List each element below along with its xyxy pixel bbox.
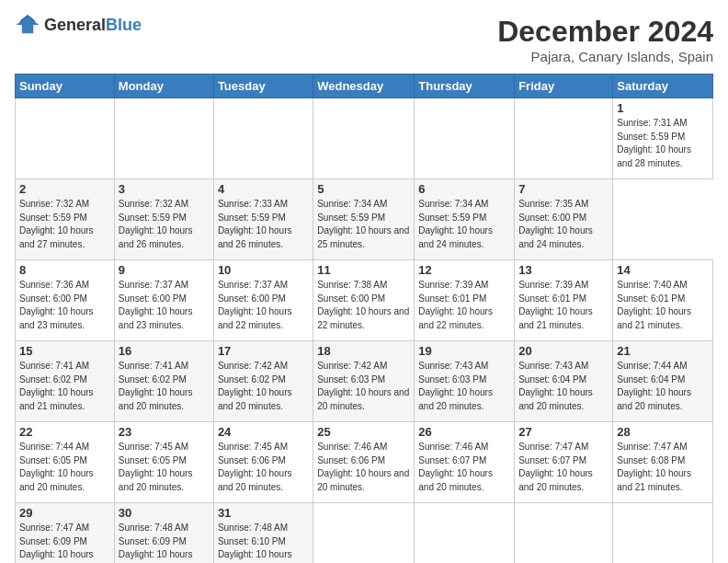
day-number: 4 bbox=[218, 182, 309, 196]
calendar-day-14: 14Sunrise: 7:40 AMSunset: 6:01 PMDayligh… bbox=[613, 260, 713, 341]
day-number: 10 bbox=[218, 263, 309, 277]
day-info: Sunrise: 7:33 AMSunset: 5:59 PMDaylight:… bbox=[218, 198, 309, 251]
day-info: Sunrise: 7:39 AMSunset: 6:01 PMDaylight:… bbox=[418, 279, 510, 332]
calendar-day-9: 9Sunrise: 7:37 AMSunset: 6:00 PMDaylight… bbox=[114, 260, 213, 341]
day-number: 14 bbox=[617, 263, 709, 277]
logo: GeneralBlue bbox=[15, 15, 142, 35]
calendar-day-2: 2Sunrise: 7:32 AMSunset: 5:59 PMDaylight… bbox=[16, 179, 115, 260]
day-info: Sunrise: 7:43 AMSunset: 6:03 PMDaylight:… bbox=[418, 360, 510, 413]
day-number: 24 bbox=[218, 425, 309, 439]
calendar-week-2: 2Sunrise: 7:32 AMSunset: 5:59 PMDaylight… bbox=[16, 179, 713, 260]
day-number: 20 bbox=[518, 344, 609, 358]
day-info: Sunrise: 7:36 AMSunset: 6:00 PMDaylight:… bbox=[19, 279, 110, 332]
empty-cell bbox=[114, 98, 213, 179]
calendar-day-5: 5Sunrise: 7:34 AMSunset: 5:59 PMDaylight… bbox=[313, 179, 415, 260]
empty-cell bbox=[515, 503, 613, 564]
day-info: Sunrise: 7:31 AMSunset: 5:59 PMDaylight:… bbox=[617, 117, 709, 170]
day-info: Sunrise: 7:40 AMSunset: 6:01 PMDaylight:… bbox=[617, 279, 709, 332]
day-number: 6 bbox=[418, 182, 510, 196]
calendar-header-row: SundayMondayTuesdayWednesdayThursdayFrid… bbox=[16, 75, 713, 98]
day-number: 11 bbox=[317, 263, 410, 277]
day-number: 17 bbox=[218, 344, 309, 358]
calendar-day-20: 20Sunrise: 7:43 AMSunset: 6:04 PMDayligh… bbox=[515, 341, 613, 422]
day-number: 8 bbox=[19, 263, 110, 277]
day-info: Sunrise: 7:34 AMSunset: 5:59 PMDaylight:… bbox=[418, 198, 510, 251]
calendar-day-15: 15Sunrise: 7:41 AMSunset: 6:02 PMDayligh… bbox=[16, 341, 115, 422]
calendar-day-22: 22Sunrise: 7:44 AMSunset: 6:05 PMDayligh… bbox=[16, 422, 115, 503]
page-header: GeneralBlue December 2024 Pajara, Canary… bbox=[15, 15, 713, 64]
day-number: 1 bbox=[617, 101, 709, 115]
empty-cell bbox=[415, 98, 515, 179]
day-info: Sunrise: 7:37 AMSunset: 6:00 PMDaylight:… bbox=[218, 279, 309, 332]
day-number: 23 bbox=[119, 425, 210, 439]
calendar-day-16: 16Sunrise: 7:41 AMSunset: 6:02 PMDayligh… bbox=[114, 341, 213, 422]
calendar-day-6: 6Sunrise: 7:34 AMSunset: 5:59 PMDaylight… bbox=[415, 179, 515, 260]
empty-cell bbox=[16, 98, 115, 179]
day-number: 16 bbox=[119, 344, 210, 358]
calendar-day-10: 10Sunrise: 7:37 AMSunset: 6:00 PMDayligh… bbox=[213, 260, 313, 341]
calendar-week-5: 22Sunrise: 7:44 AMSunset: 6:05 PMDayligh… bbox=[16, 422, 713, 503]
day-number: 28 bbox=[617, 425, 709, 439]
logo-icon bbox=[15, 15, 40, 35]
calendar-header-thursday: Thursday bbox=[415, 75, 515, 98]
empty-cell bbox=[213, 98, 313, 179]
logo-blue: Blue bbox=[106, 16, 142, 34]
calendar-day-31: 31Sunrise: 7:48 AMSunset: 6:10 PMDayligh… bbox=[213, 503, 313, 564]
day-info: Sunrise: 7:44 AMSunset: 6:05 PMDaylight:… bbox=[19, 441, 110, 494]
calendar-day-4: 4Sunrise: 7:33 AMSunset: 5:59 PMDaylight… bbox=[213, 179, 313, 260]
calendar-day-7: 7Sunrise: 7:35 AMSunset: 6:00 PMDaylight… bbox=[515, 179, 613, 260]
day-number: 19 bbox=[418, 344, 510, 358]
svg-marker-0 bbox=[17, 17, 40, 34]
day-number: 13 bbox=[518, 263, 609, 277]
calendar-table: SundayMondayTuesdayWednesdayThursdayFrid… bbox=[15, 74, 713, 563]
day-info: Sunrise: 7:47 AMSunset: 6:09 PMDaylight:… bbox=[19, 522, 110, 563]
day-info: Sunrise: 7:43 AMSunset: 6:04 PMDaylight:… bbox=[518, 360, 609, 413]
calendar-day-1: 1Sunrise: 7:31 AMSunset: 5:59 PMDaylight… bbox=[613, 98, 713, 179]
day-number: 22 bbox=[19, 425, 110, 439]
calendar-day-29: 29Sunrise: 7:47 AMSunset: 6:09 PMDayligh… bbox=[16, 503, 115, 564]
empty-cell bbox=[613, 503, 713, 564]
empty-cell bbox=[313, 98, 415, 179]
day-info: Sunrise: 7:32 AMSunset: 5:59 PMDaylight:… bbox=[119, 198, 210, 251]
day-info: Sunrise: 7:48 AMSunset: 6:10 PMDaylight:… bbox=[218, 522, 309, 563]
calendar-header-sunday: Sunday bbox=[16, 75, 115, 98]
calendar-day-8: 8Sunrise: 7:36 AMSunset: 6:00 PMDaylight… bbox=[16, 260, 115, 341]
title-area: December 2024 Pajara, Canary Islands, Sp… bbox=[497, 15, 713, 64]
day-number: 26 bbox=[418, 425, 510, 439]
empty-cell bbox=[313, 503, 415, 564]
day-info: Sunrise: 7:37 AMSunset: 6:00 PMDaylight:… bbox=[119, 279, 210, 332]
calendar-day-21: 21Sunrise: 7:44 AMSunset: 6:04 PMDayligh… bbox=[613, 341, 713, 422]
day-number: 3 bbox=[119, 182, 210, 196]
day-info: Sunrise: 7:39 AMSunset: 6:01 PMDaylight:… bbox=[518, 279, 609, 332]
calendar-day-27: 27Sunrise: 7:47 AMSunset: 6:07 PMDayligh… bbox=[515, 422, 613, 503]
day-info: Sunrise: 7:47 AMSunset: 6:07 PMDaylight:… bbox=[518, 441, 609, 494]
day-number: 7 bbox=[518, 182, 609, 196]
day-info: Sunrise: 7:48 AMSunset: 6:09 PMDaylight:… bbox=[119, 522, 210, 563]
calendar-day-3: 3Sunrise: 7:32 AMSunset: 5:59 PMDaylight… bbox=[114, 179, 213, 260]
logo-general: General bbox=[44, 16, 106, 34]
calendar-day-23: 23Sunrise: 7:45 AMSunset: 6:05 PMDayligh… bbox=[114, 422, 213, 503]
calendar-day-17: 17Sunrise: 7:42 AMSunset: 6:02 PMDayligh… bbox=[213, 341, 313, 422]
day-number: 25 bbox=[317, 425, 410, 439]
day-number: 5 bbox=[317, 182, 410, 196]
day-info: Sunrise: 7:32 AMSunset: 5:59 PMDaylight:… bbox=[19, 198, 110, 251]
empty-cell bbox=[415, 503, 515, 564]
day-number: 18 bbox=[317, 344, 410, 358]
calendar-week-6: 29Sunrise: 7:47 AMSunset: 6:09 PMDayligh… bbox=[16, 503, 713, 564]
day-info: Sunrise: 7:42 AMSunset: 6:02 PMDaylight:… bbox=[218, 360, 309, 413]
day-info: Sunrise: 7:41 AMSunset: 6:02 PMDaylight:… bbox=[119, 360, 210, 413]
calendar-day-26: 26Sunrise: 7:46 AMSunset: 6:07 PMDayligh… bbox=[415, 422, 515, 503]
calendar-day-28: 28Sunrise: 7:47 AMSunset: 6:08 PMDayligh… bbox=[613, 422, 713, 503]
day-info: Sunrise: 7:34 AMSunset: 5:59 PMDaylight:… bbox=[317, 198, 410, 251]
calendar-week-4: 15Sunrise: 7:41 AMSunset: 6:02 PMDayligh… bbox=[16, 341, 713, 422]
day-info: Sunrise: 7:42 AMSunset: 6:03 PMDaylight:… bbox=[317, 360, 410, 413]
calendar-week-3: 8Sunrise: 7:36 AMSunset: 6:00 PMDaylight… bbox=[16, 260, 713, 341]
location-title: Pajara, Canary Islands, Spain bbox=[497, 49, 713, 64]
calendar-header-monday: Monday bbox=[114, 75, 213, 98]
calendar-day-19: 19Sunrise: 7:43 AMSunset: 6:03 PMDayligh… bbox=[415, 341, 515, 422]
calendar-day-24: 24Sunrise: 7:45 AMSunset: 6:06 PMDayligh… bbox=[213, 422, 313, 503]
empty-cell bbox=[515, 98, 613, 179]
day-number: 29 bbox=[19, 506, 110, 520]
logo-wordmark: GeneralBlue bbox=[44, 16, 142, 35]
day-number: 12 bbox=[418, 263, 510, 277]
